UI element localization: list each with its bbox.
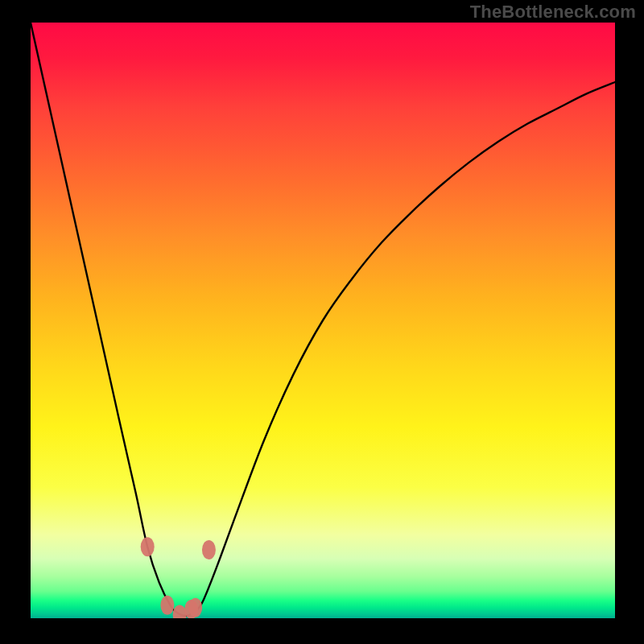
curve-markers — [141, 537, 216, 618]
bottleneck-curve — [31, 23, 615, 616]
curve-layer — [31, 23, 615, 618]
chart-frame: TheBottleneck.com — [0, 0, 644, 644]
curve-marker — [188, 598, 202, 617]
curve-marker — [173, 605, 187, 618]
plot-area — [31, 23, 615, 618]
curve-marker — [202, 540, 216, 559]
curve-marker — [141, 537, 155, 556]
watermark-text: TheBottleneck.com — [470, 2, 636, 23]
curve-marker — [160, 596, 174, 615]
